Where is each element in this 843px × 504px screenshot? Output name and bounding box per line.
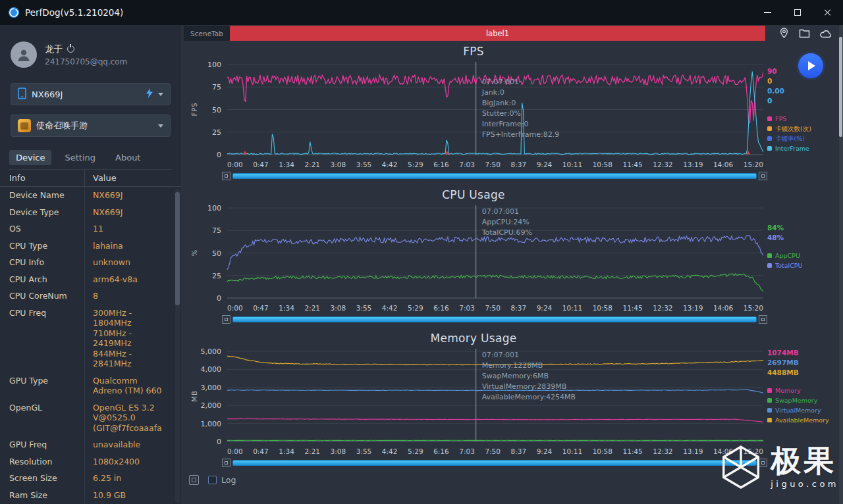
x-tick-label: 15:20: [744, 161, 763, 168]
x-tick-label: 10:11: [562, 447, 582, 455]
x-tick-label: 14:06: [713, 161, 733, 168]
close-button[interactable]: [813, 0, 843, 25]
power-icon[interactable]: [67, 45, 74, 53]
legend-swatch: [767, 116, 772, 121]
svg-text:100: 100: [207, 204, 221, 213]
svg-text:5,000: 5,000: [201, 347, 222, 356]
cpu-chart-scrollbar[interactable]: [222, 315, 767, 324]
svg-text:1,000: 1,000: [201, 420, 222, 428]
x-tick-label: 3:55: [356, 304, 372, 312]
table-row: CPU Infounknown: [0, 254, 181, 271]
header-value: Value: [84, 170, 181, 186]
app-window: PerfDog(v5.1.210204) 龙于 241750705@qq.com: [0, 0, 843, 504]
scrollbar-right-handle[interactable]: [759, 172, 767, 180]
info-value: Qualcomm Adreno (TM) 660: [84, 372, 181, 399]
memory-x-axis: 0:000:471:342:213:083:554:425:296:167:03…: [227, 445, 763, 457]
legend-item: 卡顿率(%): [767, 134, 843, 143]
main-area: SceneTab label1 FPS FPS 1007550250 07:07…: [181, 25, 843, 504]
close-icon: [824, 9, 832, 16]
legend-item: AvailableMemory: [767, 415, 843, 425]
bottom-bar: Log: [184, 471, 843, 488]
x-tick-label: 3:55: [356, 161, 372, 168]
label1-text: label1: [486, 29, 509, 38]
tab-setting[interactable]: Setting: [58, 150, 102, 165]
info-value: unknown: [84, 254, 181, 271]
table-row: CPU Typelahaina: [0, 238, 181, 255]
phone-icon: [18, 88, 26, 101]
current-value: 4488MB: [767, 368, 843, 378]
legend-swatch: [767, 388, 772, 393]
table-row: CPU Freq300MHz - 1804MHz 710MHz - 2419MH…: [0, 305, 181, 372]
folder-icon[interactable]: [799, 28, 810, 38]
device-select[interactable]: NX669J: [11, 83, 171, 105]
current-value: 0: [767, 96, 843, 106]
fps-chart-title: FPS: [184, 44, 763, 60]
main-scrollbar[interactable]: [839, 37, 842, 137]
user-block: 龙于 241750705@qq.com: [0, 37, 181, 72]
x-tick-label: 0:47: [253, 161, 269, 168]
app-icon: [18, 119, 31, 132]
x-tick-label: 9:24: [537, 447, 553, 455]
memory-chart-scrollbar[interactable]: [222, 458, 767, 467]
location-icon[interactable]: [779, 28, 789, 39]
sidebar-scrollbar[interactable]: [175, 192, 180, 305]
window-title: PerfDog(v5.1.210204): [25, 7, 123, 18]
scrollbar-left-handle[interactable]: [222, 172, 231, 180]
info-value: OpenGL ES 3.2 V@0525.0 (GIT@f7fcoaaafa: [84, 399, 181, 437]
cpu-side-rail: 84%48% AppCPUTotalCPU: [763, 188, 843, 328]
maximize-button[interactable]: [782, 0, 813, 25]
user-email: 241750705@qq.com: [45, 57, 127, 66]
info-label: CPU CoreNum: [0, 288, 84, 305]
charging-icon: [146, 88, 153, 100]
x-tick-label: 6:16: [433, 447, 449, 455]
cloud-icon[interactable]: [820, 29, 832, 38]
svg-text:25: 25: [212, 272, 221, 280]
scrollbar-bar[interactable]: [232, 316, 757, 322]
svg-text:75: 75: [212, 226, 221, 235]
x-tick-label: 7:50: [485, 304, 501, 312]
info-value: arm64-v8a: [84, 271, 181, 288]
info-value: lahaina: [84, 238, 181, 255]
table-row: CPU CoreNum8: [0, 288, 181, 305]
snapshot-icon[interactable]: [189, 475, 199, 485]
tab-device[interactable]: Device: [9, 150, 51, 165]
log-toggle[interactable]: Log: [208, 475, 236, 485]
legend-item: TotalCPU: [767, 261, 843, 270]
table-row: Screen Size6.25 in: [0, 470, 181, 487]
memory-current-values: 1074MB2697MB4488MB: [767, 348, 843, 378]
minimize-button[interactable]: [752, 0, 782, 25]
info-label: CPU Info: [0, 254, 84, 271]
info-label: Device Type: [0, 204, 84, 221]
info-value: 11: [84, 220, 181, 238]
x-tick-label: 10:58: [593, 447, 612, 455]
x-tick-label: 11:45: [622, 161, 642, 168]
x-tick-label: 11:45: [622, 447, 642, 455]
scrollbar-right-handle[interactable]: [759, 315, 767, 324]
x-tick-label: 5:29: [408, 447, 423, 455]
play-button[interactable]: [798, 53, 823, 78]
scrollbar-right-handle[interactable]: [759, 459, 767, 467]
legend-item: SwapMemory: [767, 395, 843, 405]
tab-about[interactable]: About: [109, 150, 147, 165]
table-row: OS11: [0, 220, 181, 238]
x-tick-label: 1:34: [279, 161, 294, 168]
scrollbar-left-handle[interactable]: [222, 315, 231, 324]
info-value: 300MHz - 1804MHz 710MHz - 2419MHz 844MHz…: [84, 305, 181, 372]
sidebar: 龙于 241750705@qq.com NX669J 使命召唤手游: [0, 25, 181, 504]
fps-chart-scrollbar[interactable]: [222, 171, 767, 180]
chevron-down-icon: [158, 93, 163, 96]
info-label: GPU Freq: [0, 436, 84, 453]
log-label: Log: [221, 475, 236, 485]
legend-swatch: [767, 136, 772, 141]
scrollbar-left-handle[interactable]: [222, 459, 231, 467]
scrollbar-bar[interactable]: [232, 173, 757, 179]
app-select[interactable]: 使命召唤手游: [11, 114, 171, 137]
x-tick-label: 3:08: [331, 447, 346, 455]
x-tick-label: 4:42: [382, 447, 398, 455]
scrollbar-bar[interactable]: [232, 460, 757, 466]
log-checkbox[interactable]: [208, 476, 217, 484]
x-tick-label: 4:42: [382, 161, 398, 168]
tab-scenetab[interactable]: SceneTab: [184, 26, 230, 41]
fps-y-axis-label: FPS: [191, 102, 198, 116]
label1-bar[interactable]: label1: [230, 26, 765, 41]
